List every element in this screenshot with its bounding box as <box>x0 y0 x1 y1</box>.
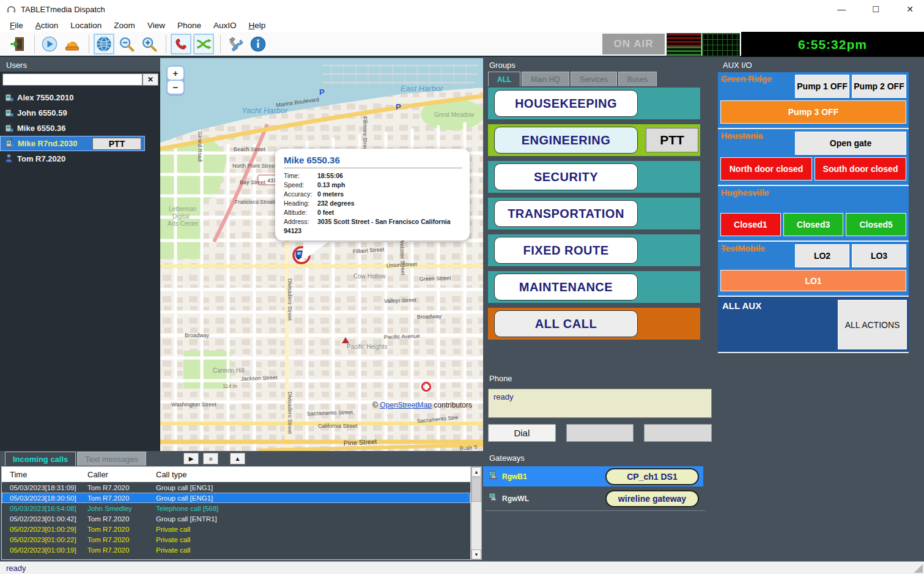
gateway-channel-button[interactable]: CP_ch1 DS1 <box>605 468 699 485</box>
menu-action[interactable]: Action <box>29 20 65 31</box>
on-air-indicator: ON AIR <box>602 34 665 54</box>
info-icon[interactable] <box>248 34 268 54</box>
map-label: P <box>396 102 401 111</box>
phone-red-icon[interactable] <box>171 34 191 54</box>
calls-tabs: Incoming callsText messages <box>5 452 147 466</box>
scroll-thumb[interactable] <box>471 477 481 502</box>
calls-tab-text-messages[interactable]: Text messages <box>77 452 146 466</box>
play-icon[interactable]: ▶ <box>183 453 199 464</box>
user-row[interactable]: Mike R7nd.2030PTT <box>0 136 145 151</box>
map-label: 114 m <box>223 383 237 389</box>
scroll-up-icon[interactable]: ▲ <box>471 467 481 477</box>
group-row: SECURITY <box>488 161 700 193</box>
hospital-marker-icon[interactable] <box>421 381 432 392</box>
phone-blank-button[interactable] <box>566 424 634 442</box>
radio-user-icon <box>4 122 17 135</box>
all-actions-button[interactable]: ALL ACTIONS <box>838 300 907 349</box>
groups-tab-buses[interactable]: Buses <box>618 72 657 86</box>
gateway-icon <box>488 470 502 483</box>
user-list: Alex 7550.2010John 6550.59Mike 6550.36Mi… <box>0 90 160 166</box>
call-row[interactable]: 05/02/2023[01:00:22]Tom R7.2020Private c… <box>2 534 470 545</box>
play-icon[interactable] <box>39 34 60 54</box>
gateway-row[interactable]: RgwB1CP_ch1 DS1 <box>483 466 703 486</box>
group-ptt-button[interactable]: PTT <box>646 128 698 152</box>
aux-button[interactable]: North door closed <box>720 157 812 181</box>
toolbar-separator <box>166 35 166 53</box>
gateway-row[interactable]: RgwWLwireline gateway <box>483 488 703 509</box>
column-call-type: Call type <box>156 470 470 479</box>
groups-tab-services[interactable]: Services <box>571 72 617 86</box>
group-call-button[interactable]: ENGINEERING <box>494 127 638 154</box>
map-label: Digital <box>172 213 190 220</box>
call-row[interactable]: 05/03/2023[18:31:09]Tom R7.2020Group cal… <box>2 482 470 493</box>
map-zoom-in-button[interactable]: + <box>168 67 183 80</box>
aux-button[interactable]: LO1 <box>720 270 906 291</box>
aux-button[interactable]: LO3 <box>852 244 906 267</box>
aux-button[interactable]: Pump 2 OFF <box>852 75 906 98</box>
maximize-button[interactable]: ☐ <box>868 5 884 14</box>
call-row[interactable]: 05/03/2023[16:54:08]John SmedleyTelephon… <box>2 503 470 513</box>
group-call-button[interactable]: SECURITY <box>494 163 638 190</box>
phone-blank-button[interactable] <box>644 424 712 442</box>
clear-search-button[interactable]: ✕ <box>142 73 158 86</box>
map-label: Washington Street <box>171 401 216 408</box>
user-row[interactable]: Tom R7.2020 <box>0 151 160 166</box>
openstreetmap-link[interactable]: OpenStreetMap <box>380 401 432 409</box>
menu-view[interactable]: View <box>141 20 171 31</box>
exit-door-icon[interactable] <box>7 34 28 54</box>
groups-tab-all[interactable]: ALL <box>488 72 520 86</box>
aux-button[interactable]: Closed1 <box>720 213 781 236</box>
calls-tab-incoming-calls[interactable]: Incoming calls <box>5 452 76 466</box>
scroll-down-icon[interactable]: ▼ <box>471 550 481 559</box>
user-row[interactable]: John 6550.59 <box>0 105 160 121</box>
aux-button[interactable]: Open gate <box>795 132 906 155</box>
call-row[interactable]: 05/03/2023[18:30:50]Tom R7.2020Group cal… <box>2 493 470 503</box>
group-call-button[interactable]: FIXED ROUTE <box>494 237 638 264</box>
menu-file[interactable]: File <box>4 20 29 31</box>
group-call-button[interactable]: ALL CALL <box>494 310 638 337</box>
globe-icon[interactable] <box>94 34 114 54</box>
user-row[interactable]: Mike 6550.36 <box>0 121 160 136</box>
map-view[interactable]: Yacht HarborEast HarborPPGreat MeadowMar… <box>160 58 483 451</box>
map-label: Great Meadow <box>434 111 475 118</box>
aux-button[interactable]: South door closed <box>815 157 906 181</box>
group-call-button[interactable]: TRANSPORTATION <box>494 200 638 227</box>
stop-icon[interactable]: ■ <box>203 453 218 464</box>
up-icon[interactable]: ▲ <box>230 453 245 464</box>
group-call-button[interactable]: HOUSEKEEPING <box>494 90 638 117</box>
toolbar-buttons <box>7 34 270 54</box>
radio-user-icon <box>4 138 18 150</box>
call-row[interactable]: 05/02/2023[01:00:42]Tom R7.2020Group cal… <box>2 513 470 524</box>
aux-button[interactable]: Closed5 <box>846 213 906 236</box>
phone-buttons: Dial <box>488 424 712 442</box>
zoom-in-icon[interactable] <box>139 34 160 54</box>
call-row[interactable]: 05/02/2023[01:00:29]Tom R7.2020Private c… <box>2 524 470 534</box>
menu-help[interactable]: Help <box>242 20 272 31</box>
resize-grip-icon[interactable] <box>914 564 923 573</box>
user-search-input[interactable] <box>2 73 142 86</box>
shuffle-green-icon[interactable] <box>193 34 214 54</box>
zoom-out-icon[interactable] <box>116 34 137 54</box>
group-call-button[interactable]: MAINTENANCE <box>494 274 638 300</box>
popup-row: Heading: 232 degrees <box>284 199 462 208</box>
aux-button[interactable]: Pump 1 OFF <box>795 75 849 98</box>
gateway-channel-button[interactable]: wireline gateway <box>605 490 699 507</box>
menu-phone[interactable]: Phone <box>171 20 207 31</box>
aux-button[interactable]: Closed3 <box>783 213 844 236</box>
call-row[interactable]: 05/02/2023[01:00:19]Tom R7.2020Private c… <box>2 545 470 555</box>
menu-location[interactable]: Location <box>64 20 108 31</box>
tools-icon[interactable] <box>225 34 246 54</box>
aux-button[interactable]: Pump 3 OFF <box>720 100 906 124</box>
map-zoom-out-button[interactable]: − <box>168 81 183 94</box>
groups-tab-main-hq[interactable]: Main HQ <box>522 72 569 86</box>
menu-auxio[interactable]: AuxIO <box>207 20 243 31</box>
siren-icon[interactable] <box>62 34 83 54</box>
calls-scrollbar[interactable]: ▲ ▼ <box>471 466 482 560</box>
minimize-button[interactable]: — <box>833 4 849 14</box>
user-row[interactable]: Alex 7550.2010 <box>0 90 160 105</box>
user-ptt-button[interactable]: PTT <box>92 138 141 150</box>
menu-zoom[interactable]: Zoom <box>108 20 141 31</box>
close-button[interactable]: ✕ <box>902 4 918 14</box>
aux-button[interactable]: LO2 <box>795 244 849 267</box>
dial-button[interactable]: Dial <box>488 424 556 442</box>
